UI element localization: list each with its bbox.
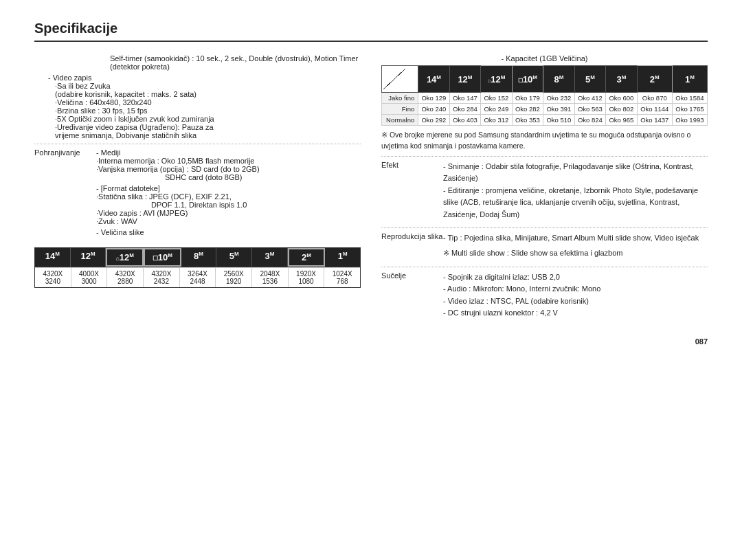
uredjivanje-text: ·Uređivanje video zapisa (Ugrađeno): Pau…: [34, 123, 361, 131]
res-icon-12m-special: ⌂12M: [106, 248, 144, 267]
cap-12m-f: Oko 284: [449, 104, 481, 115]
cap-th-2m: 2M: [637, 66, 672, 93]
efekt-editiranje: - Editiranje : promjena veličine, okreta…: [443, 185, 708, 221]
page-title: Specifikacije: [34, 21, 708, 42]
cap-th-5m: 5M: [574, 66, 606, 93]
efekt-row: Efekt - Snimanje : Odabir stila fotograf…: [381, 161, 708, 224]
capacity-label: - Kapacitet (1GB Veličina): [381, 54, 708, 63]
staticna-text: ·Statična slika : JPEG (DCF), EXIF 2.21,: [96, 192, 260, 201]
sucelje-content: - Spojnik za digitalni izlaz: USB 2,0 - …: [443, 271, 708, 320]
cap-row-normalno: Normalno Oko 292 Oko 403 Oko 312 Oko 353…: [382, 115, 708, 126]
zoom-text: ·5X Optički zoom i Isključen zvuk kod zu…: [34, 115, 361, 123]
sucelje-row: Sučelje - Spojnik za digitalni izlaz: US…: [381, 271, 708, 322]
page-number: 087: [34, 337, 708, 346]
repr-row: Reprodukcija slika - Tip : Pojedina slik…: [381, 232, 708, 262]
res-cell-3m: 2048X1536: [252, 268, 289, 287]
mediji-text: - Mediji: [96, 148, 260, 157]
cap-corner-header: [382, 66, 418, 93]
cap-th-8m: 8M: [543, 66, 575, 93]
sa-ili-text: ·Sa ili bez Zvuka: [34, 82, 361, 90]
res-icon-5m: 5M: [216, 248, 252, 267]
res-icon-8m: 8M: [181, 248, 217, 267]
res-icon-row: 14M 12M ⌂12M ☐10M 8M 5M 3M: [34, 247, 361, 267]
multi-note: ※ Multi slide show : Slide show sa efekt…: [443, 247, 708, 260]
res-cell-2m: 1920X1080: [289, 268, 325, 287]
divider2: [381, 156, 708, 157]
divider4: [381, 267, 708, 267]
res-cell-12ms: 4320X2880: [107, 268, 144, 287]
res-cell-10m: 4320X2432: [144, 268, 180, 287]
cap-3m-f: Oko 802: [606, 104, 638, 115]
cap-5m-n: Oko 824: [574, 115, 606, 126]
video-zapis2-text: ·Video zapis : AVI (MJPEG): [96, 209, 260, 217]
cap-header-row: 14M 12M ⌂12M ☐10M 8M 5M 3M 2M 1M: [382, 66, 708, 93]
capacity-note: ※ Ove brojke mjerene su pod Samsung stan…: [381, 130, 708, 152]
pohranjivanje-label: Pohranjivanje: [34, 148, 96, 236]
res-cell-1m: 1024X768: [324, 268, 360, 287]
res-data-rows: 4320X3240 4000X3000 4320X2880 4320X2432 …: [34, 267, 361, 288]
cap-label-fino: Fino: [382, 104, 418, 115]
cap-14m-n: Oko 292: [418, 115, 450, 126]
divider3: [381, 227, 708, 228]
cap-10m-f: Oko 282: [512, 104, 543, 115]
repr-content: - Tip : Pojedina slika, Minijature, Smar…: [443, 232, 708, 259]
sucelje-dc: - DC strujni ulazni konektor : 4,2 V: [443, 307, 708, 320]
vanjska-text: ·Vanjska memorija (opcija) : SD card (do…: [96, 165, 260, 173]
video-zapis-label: - Video zapis: [34, 74, 361, 82]
cap-table-body: Jako fino Oko 129 Oko 147 Oko 152 Oko 17…: [382, 93, 708, 126]
sucelje-label: Sučelje: [381, 271, 443, 320]
cap-th-1m: 1M: [672, 66, 707, 93]
diagonal-cell: [383, 69, 405, 89]
res-icon-2m: 2M: [288, 248, 326, 267]
self-timer-text: Self-timer (samookidač) : 10 sek., 2 sek…: [34, 54, 361, 71]
left-column: Self-timer (samookidač) : 10 sek., 2 sek…: [34, 54, 361, 324]
velicina-vid-text: ·Veličina : 640x480, 320x240: [34, 98, 361, 107]
cap-1m-jf: Oko 1584: [672, 93, 707, 104]
resolution-table: 14M 12M ⌂12M ☐10M 8M 5M 3M: [34, 247, 361, 288]
cap-th-10m: ☐10M: [512, 66, 543, 93]
res-cell-12m: 4000X3000: [71, 268, 108, 287]
cap-12m-jf: Oko 147: [449, 93, 481, 104]
zvuk-text: ·Zvuk : WAV: [96, 217, 260, 225]
cap-3m-jf: Oko 600: [606, 93, 638, 104]
divider: [34, 144, 361, 144]
brzina-text: ·Brzina slike : 30 fps, 15 fps: [34, 107, 361, 115]
cap-1m-n: Oko 1993: [672, 115, 707, 126]
efekt-snimanje: - Snimanje : Odabir stila fotografije, P…: [443, 161, 708, 185]
right-column: - Kapacitet (1GB Veličina) 14M 12M ⌂12M …: [381, 54, 708, 324]
cap-8m-n: Oko 510: [543, 115, 575, 126]
cap-14m-jf: Oko 129: [418, 93, 450, 104]
sucelje-usb: - Spojnik za digitalni izlaz: USB 2,0: [443, 271, 708, 284]
cap-row-fino: Fino Oko 240 Oko 284 Oko 249 Oko 282 Oko…: [382, 104, 708, 115]
res-data-row-1: 4320X3240 4000X3000 4320X2880 4320X2432 …: [35, 267, 360, 287]
efekt-content: - Snimanje : Odabir stila fotografije, P…: [443, 161, 708, 221]
cap-label-normalno: Normalno: [382, 115, 418, 126]
sucelje-video: - Video izlaz : NTSC, PAL (odabire koris…: [443, 295, 708, 308]
res-icon-14m: 14M: [35, 248, 71, 267]
cap-th-3m: 3M: [606, 66, 638, 93]
cap-label-jakofino: Jako fino: [382, 93, 418, 104]
res-icon-12m: 12M: [71, 248, 106, 267]
format-text: - [Format datoteke]: [96, 184, 260, 192]
res-icon-10m: ☐10M: [144, 248, 181, 267]
cap-2m-jf: Oko 870: [637, 93, 672, 104]
cap-th-12m: 12M: [449, 66, 481, 93]
res-cell-5m: 2560X1920: [216, 268, 252, 287]
res-icon-3m: 3M: [252, 248, 288, 267]
cap-14m-f: Oko 240: [418, 104, 450, 115]
cap-3m-n: Oko 965: [606, 115, 638, 126]
cap-12ms-f: Oko 249: [481, 104, 513, 115]
cap-5m-jf: Oko 412: [574, 93, 606, 104]
res-cell-14m: 4320X3240: [35, 268, 71, 287]
cap-8m-jf: Oko 232: [543, 93, 575, 104]
uredjivanje2-text: vrijeme snimanja, Dobivanje statičnih sl…: [34, 131, 361, 139]
cap-8m-f: Oko 391: [543, 104, 575, 115]
dpof-text: DPOF 1.1, Direktan ispis 1.0: [96, 201, 260, 209]
cap-12m-n: Oko 403: [449, 115, 481, 126]
capacity-table: 14M 12M ⌂12M ☐10M 8M 5M 3M 2M 1M Jako fi…: [381, 65, 708, 126]
repr-label: Reprodukcija slika: [381, 232, 443, 259]
cap-row-jakofino: Jako fino Oko 129 Oko 147 Oko 152 Oko 17…: [382, 93, 708, 104]
interna-text: ·Interna memorija : Oko 10,5MB flash mem…: [96, 157, 260, 165]
cap-th-14m: 14M: [418, 66, 450, 93]
cap-5m-f: Oko 563: [574, 104, 606, 115]
